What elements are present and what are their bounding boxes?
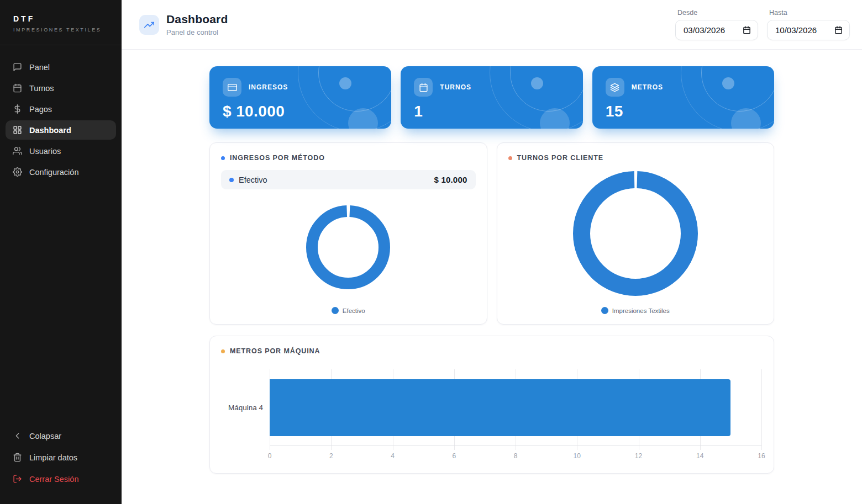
sidebar-item-turnos[interactable]: Turnos bbox=[6, 78, 116, 98]
charts-row: INGRESOS POR MÉTODO Efectivo $ 10.000 bbox=[209, 142, 774, 325]
chevron-left-icon bbox=[13, 431, 22, 441]
chart-card-ingresos-por-metodo: INGRESOS POR MÉTODO Efectivo $ 10.000 bbox=[209, 142, 487, 325]
sidebar-item-label: Panel bbox=[29, 63, 50, 72]
sidebar-item-dashboard[interactable]: Dashboard bbox=[6, 120, 116, 140]
legend-label: Efectivo bbox=[343, 307, 365, 314]
collapse-sidebar-button[interactable]: Colapsar bbox=[6, 426, 116, 445]
stat-value: 15 bbox=[606, 103, 761, 120]
stat-card-ingresos: INGRESOS $ 10.000 bbox=[209, 66, 391, 129]
layers-icon bbox=[606, 78, 624, 97]
legend-dot bbox=[332, 307, 339, 314]
legend-item-impresiones-textiles[interactable]: Impresiones Textiles bbox=[508, 307, 763, 315]
date-to-input[interactable]: 10/03/2026 bbox=[767, 20, 850, 40]
sidebar-item-label: Turnos bbox=[29, 84, 54, 93]
footer-item-label: Colapsar bbox=[29, 432, 61, 441]
date-from-value: 03/03/2026 bbox=[684, 25, 725, 35]
x-tick-label: 16 bbox=[758, 452, 765, 460]
date-from-label: Desde bbox=[677, 9, 758, 17]
x-tick-label: 10 bbox=[574, 452, 581, 460]
brand-logo: DTF IMPRESIONES TEXTILES bbox=[0, 0, 122, 45]
header-titles: Dashboard Panel de control bbox=[166, 13, 228, 36]
sidebar-item-configuracion[interactable]: Configuración bbox=[6, 162, 116, 182]
title-dot bbox=[221, 349, 225, 353]
x-tick-label: 8 bbox=[514, 452, 518, 460]
method-dot bbox=[229, 178, 234, 182]
chart-title: TURNOS POR CLIENTE bbox=[508, 154, 763, 162]
calendar-icon[interactable] bbox=[834, 26, 843, 34]
method-name: Efectivo bbox=[229, 176, 267, 184]
logout-icon bbox=[13, 474, 22, 484]
sidebar-item-pagos[interactable]: Pagos bbox=[6, 99, 116, 119]
x-tick-label: 14 bbox=[696, 452, 703, 460]
main-area: Dashboard Panel de control Desde 03/03/2… bbox=[122, 0, 862, 504]
sidebar: DTF IMPRESIONES TEXTILES Panel Turnos Pa… bbox=[0, 0, 122, 504]
dashboard-grid-icon bbox=[13, 125, 22, 135]
sidebar-item-panel[interactable]: Panel bbox=[6, 57, 116, 77]
dashboard-content: INGRESOS $ 10.000 TURNOS bbox=[122, 50, 862, 504]
users-icon bbox=[13, 146, 22, 156]
stat-card-metros: METROS 15 bbox=[592, 66, 774, 129]
x-tick-label: 0 bbox=[268, 452, 272, 460]
chart-card-turnos-por-cliente: TURNOS POR CLIENTE Impresiones Textiles bbox=[497, 142, 775, 325]
legend-label: Impresiones Textiles bbox=[612, 307, 670, 314]
footer-item-label: Limpiar datos bbox=[29, 453, 77, 462]
stat-value: $ 10.000 bbox=[223, 103, 378, 120]
bar-maquina-4 bbox=[270, 379, 730, 436]
sidebar-item-usuarios[interactable]: Usuarios bbox=[6, 141, 116, 161]
chat-icon bbox=[13, 62, 22, 72]
x-tick-label: 2 bbox=[329, 452, 333, 460]
bar-chart-metros: Máquina 4 0246810121416 bbox=[221, 369, 763, 465]
calendar-icon[interactable] bbox=[743, 26, 751, 34]
sidebar-item-label: Pagos bbox=[29, 105, 52, 114]
chart-card-metros-por-maquina: METROS POR MÁQUINA Máquina 4 02468101214… bbox=[209, 336, 774, 474]
page-title: Dashboard bbox=[166, 13, 228, 26]
calendar-icon bbox=[414, 78, 433, 97]
sidebar-item-label: Configuración bbox=[29, 168, 78, 177]
credit-card-icon bbox=[223, 78, 241, 97]
clear-data-button[interactable]: Limpiar datos bbox=[6, 448, 116, 467]
chart-title: INGRESOS POR MÉTODO bbox=[221, 154, 476, 162]
date-to-label: Hasta bbox=[769, 9, 850, 17]
sidebar-footer: Colapsar Limpiar datos Cerrar Sesión bbox=[0, 421, 122, 504]
page-subtitle: Panel de control bbox=[166, 28, 228, 36]
logout-button[interactable]: Cerrar Sesión bbox=[6, 469, 116, 489]
footer-item-label: Cerrar Sesión bbox=[29, 475, 78, 484]
date-to-value: 10/03/2026 bbox=[775, 25, 817, 35]
date-to-group: Hasta 10/03/2026 bbox=[767, 9, 850, 40]
sidebar-item-label: Dashboard bbox=[29, 126, 71, 135]
app-window: DTF IMPRESIONES TEXTILES Panel Turnos Pa… bbox=[0, 0, 862, 504]
method-row-efectivo: Efectivo $ 10.000 bbox=[221, 170, 476, 189]
brand-name: DTF bbox=[13, 14, 108, 23]
sidebar-item-label: Usuarios bbox=[29, 147, 61, 156]
stat-card-turnos: TURNOS 1 bbox=[401, 66, 582, 129]
title-dot bbox=[508, 156, 512, 160]
x-axis-ticks: 0246810121416 bbox=[270, 452, 761, 465]
donut-chart-ingresos bbox=[306, 205, 390, 291]
legend-dot bbox=[601, 307, 608, 314]
stat-value: 1 bbox=[414, 103, 569, 120]
x-tick-label: 12 bbox=[635, 452, 642, 460]
bar-plot-area bbox=[270, 369, 761, 445]
stat-label: INGRESOS bbox=[249, 83, 288, 91]
title-dot bbox=[221, 156, 225, 160]
method-value: $ 10.000 bbox=[434, 175, 467, 184]
chart-title: METROS POR MÁQUINA bbox=[221, 347, 763, 355]
date-from-input[interactable]: 03/03/2026 bbox=[675, 20, 758, 40]
page-header: Dashboard Panel de control Desde 03/03/2… bbox=[122, 0, 862, 50]
x-axis-line bbox=[270, 445, 761, 445]
gridline bbox=[761, 369, 762, 450]
x-tick-label: 6 bbox=[452, 452, 456, 460]
trending-up-icon bbox=[139, 15, 159, 35]
legend-item-efectivo[interactable]: Efectivo bbox=[221, 307, 476, 315]
brand-tagline: IMPRESIONES TEXTILES bbox=[13, 27, 108, 33]
calendar-icon bbox=[13, 83, 22, 93]
x-tick-label: 4 bbox=[391, 452, 395, 460]
trash-icon bbox=[13, 453, 22, 462]
sidebar-nav: Panel Turnos Pagos Dashboard Usuarios Co… bbox=[0, 45, 122, 421]
gear-icon bbox=[13, 167, 22, 177]
stats-row: INGRESOS $ 10.000 TURNOS bbox=[209, 66, 774, 129]
date-from-group: Desde 03/03/2026 bbox=[675, 9, 758, 40]
bar-category-label: Máquina 4 bbox=[221, 369, 270, 445]
donut-chart-turnos bbox=[573, 171, 698, 298]
dollar-icon bbox=[13, 104, 22, 114]
